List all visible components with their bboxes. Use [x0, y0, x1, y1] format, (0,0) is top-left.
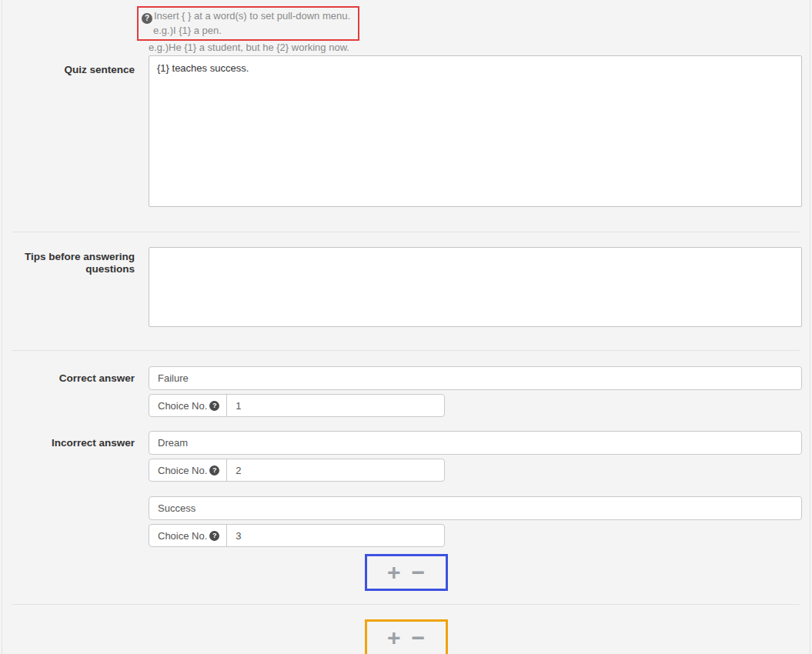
tips-textarea[interactable] [149, 247, 802, 327]
choice-no-label: Choice No. [158, 400, 207, 412]
section-divider-2 [12, 350, 800, 351]
question-circle-icon: ? [142, 13, 152, 24]
choice-no-addon: Choice No. ? [149, 525, 227, 546]
correct-answer-row: Correct answer [2, 366, 810, 390]
choice-no-addon: Choice No. ? [149, 395, 227, 416]
choice-no-addon: Choice No. ? [149, 459, 227, 481]
help-example-2: e.g.)He {1} a student, but he {2} workin… [137, 41, 810, 54]
tips-row: Tips before answering questions [2, 247, 810, 330]
help-example-1: e.g.)I {1} a pen. [142, 24, 350, 37]
help-instruction-line: ?Insert { } at a word(s) to set pull-dow… [142, 9, 350, 24]
quiz-sentence-textarea[interactable]: {1} teaches success. [149, 55, 802, 207]
choice-no-help-icon[interactable]: ? [209, 465, 219, 475]
correct-answer-input[interactable] [149, 366, 802, 390]
help-instruction-text: Insert { } at a word(s) to set pull-down… [154, 10, 350, 22]
section-divider-1 [12, 232, 800, 232]
quiz-sentence-row: Quiz sentence {1} teaches success. [2, 54, 810, 210]
choice-no-label: Choice No. [158, 465, 207, 476]
incorrect-choice-group-1: Choice No. ? [149, 459, 445, 482]
help-highlight-box: ?Insert { } at a word(s) to set pull-dow… [137, 6, 359, 41]
incorrect-choice-row-1: Choice No. ? [2, 459, 810, 482]
incorrect-choice-no-input-2[interactable] [227, 525, 444, 546]
remove-incorrect-answer-button[interactable]: − [412, 561, 426, 584]
add-question-button[interactable]: + [387, 626, 401, 649]
incorrect-choice-group-2: Choice No. ? [149, 524, 445, 547]
incorrect-answer-add-remove-box: + − [365, 554, 448, 591]
quiz-sentence-label: Quiz sentence [2, 54, 135, 76]
incorrect-choice-no-input-1[interactable] [227, 459, 444, 481]
incorrect-answer-input-1[interactable] [149, 431, 802, 455]
correct-choice-row: Choice No. ? [2, 394, 810, 417]
choice-no-help-icon[interactable]: ? [209, 531, 219, 541]
add-incorrect-answer-button[interactable]: + [387, 561, 401, 584]
correct-choice-group: Choice No. ? [149, 394, 445, 417]
correct-answer-label: Correct answer [2, 366, 135, 385]
tips-label: Tips before answering questions [2, 247, 135, 275]
choice-no-help-icon[interactable]: ? [209, 401, 219, 411]
section-divider-3 [12, 604, 800, 605]
incorrect-answer-row-2 [2, 496, 810, 520]
incorrect-answer-row-1: Incorrect answer [2, 431, 810, 455]
question-add-remove-box: + − [365, 619, 448, 654]
incorrect-answer-label: Incorrect answer [2, 431, 135, 449]
incorrect-choice-row-2: Choice No. ? [2, 524, 810, 547]
choice-no-label: Choice No. [158, 530, 207, 542]
correct-choice-no-input[interactable] [227, 395, 444, 416]
incorrect-answer-input-2[interactable] [149, 496, 802, 520]
remove-question-button[interactable]: − [412, 626, 426, 649]
help-block: ?Insert { } at a word(s) to set pull-dow… [2, 0, 810, 54]
quiz-form-page: ?Insert { } at a word(s) to set pull-dow… [2, 0, 810, 654]
